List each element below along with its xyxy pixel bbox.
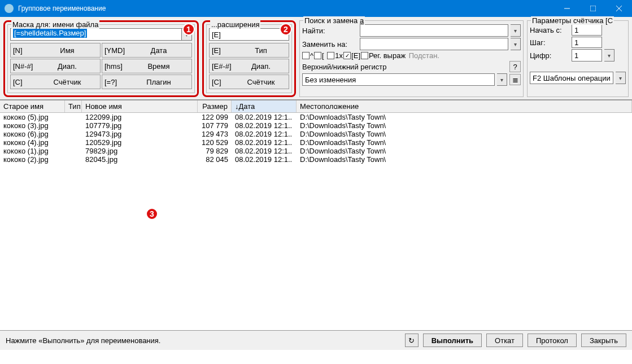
cell-size: 129 473 xyxy=(198,130,232,138)
cell-old: кококо (5).jpg xyxy=(0,113,65,121)
counter-title: Параметры счётчика [C xyxy=(531,16,614,25)
file-table: Старое имя Тип Новое имя Размер ↓Дата Ме… xyxy=(0,100,632,330)
badge-3: 3 xyxy=(146,208,158,220)
step-input[interactable] xyxy=(572,37,602,48)
cell-new: 107779.jpg xyxy=(82,121,198,130)
protocol-button[interactable]: Протокол xyxy=(528,334,577,347)
start-input[interactable] xyxy=(572,24,602,36)
extension-mask-highlight: 2 ...расширения [E] [E]Тип [E#-#]Диап. [… xyxy=(202,20,296,97)
extension-mask-input[interactable]: [E] xyxy=(209,28,289,41)
table-row[interactable]: кококо (2).jpg82045.jpg82 04508.02.2019 … xyxy=(0,155,632,164)
cell-date: 08.02.2019 12:1.. xyxy=(232,130,297,138)
cell-type xyxy=(65,121,82,130)
col-location[interactable]: Местоположение xyxy=(297,100,632,112)
cell-date: 08.02.2019 12:1.. xyxy=(232,121,297,130)
counter-group: Параметры счётчика [C Начать с: Шаг: Циф… xyxy=(527,20,629,97)
table-row[interactable]: кококо (3).jpg107779.jpg107 77908.02.201… xyxy=(0,121,632,130)
reload-button[interactable]: ↻ xyxy=(405,334,419,347)
btn-time-hms[interactable]: [hms]Время xyxy=(102,59,192,73)
btn-ext-counter[interactable]: [C]Счётчик xyxy=(209,74,289,89)
find-dropdown[interactable] xyxy=(511,24,521,37)
chk-regex[interactable] xyxy=(361,52,368,59)
filename-mask-highlight: 1 Маска для: имени файла [=shelldetails.… xyxy=(3,20,199,97)
cell-size: 120 529 xyxy=(198,138,232,147)
find-label: Найти: xyxy=(302,27,358,35)
btn-date-ymd[interactable]: [YMD]Дата xyxy=(102,43,192,58)
btn-ext-range[interactable]: [E#-#]Диап. xyxy=(209,59,289,73)
replace-dropdown[interactable] xyxy=(511,38,521,50)
statusbar: Нажмите «Выполнить» для переименования. … xyxy=(0,330,632,350)
templates-dropdown[interactable] xyxy=(616,72,626,84)
chk-1x[interactable] xyxy=(327,52,334,59)
window-title: Групповое переименование xyxy=(18,5,554,12)
replace-label: Заменить на: xyxy=(302,40,358,49)
chk-caret[interactable] xyxy=(302,52,310,59)
cell-old: кококо (1).jpg xyxy=(0,147,65,155)
col-date[interactable]: ↓Дата xyxy=(232,100,297,112)
col-old-name[interactable]: Старое имя xyxy=(0,100,65,112)
minimize-button[interactable] xyxy=(554,0,580,17)
maximize-button[interactable] xyxy=(580,0,606,17)
table-row[interactable]: кококо (4).jpg120529.jpg120 52908.02.201… xyxy=(0,138,632,147)
extension-mask-title: ...расширения xyxy=(210,20,260,29)
cell-old: кококо (2).jpg xyxy=(0,155,65,164)
chk-e[interactable]: ✓ xyxy=(343,52,351,59)
cell-type xyxy=(65,138,82,147)
cell-loc: D:\Downloads\Tasty Town\ xyxy=(297,113,632,121)
col-new-name[interactable]: Новое имя xyxy=(82,100,198,112)
table-header: Старое имя Тип Новое имя Размер ↓Дата Ме… xyxy=(0,100,632,113)
table-row[interactable]: кококо (6).jpg129473.jpg129 47308.02.201… xyxy=(0,130,632,138)
btn-counter-c[interactable]: [C]Счётчик xyxy=(10,74,101,89)
cell-date: 08.02.2019 12:1.. xyxy=(232,155,297,164)
cell-size: 122 099 xyxy=(198,113,232,121)
table-row[interactable]: кококо (5).jpg122099.jpg122 09908.02.201… xyxy=(0,113,632,121)
digits-dropdown[interactable] xyxy=(604,49,614,62)
cell-loc: D:\Downloads\Tasty Town\ xyxy=(297,130,632,138)
templates-select[interactable]: F2 Шаблоны операции xyxy=(530,72,613,84)
cell-date: 08.02.2019 12:1.. xyxy=(232,147,297,155)
execute-button[interactable]: Выполнить xyxy=(423,334,482,347)
btn-name[interactable]: [N]Имя xyxy=(10,43,101,58)
cell-type xyxy=(65,155,82,164)
badge-1: 1 xyxy=(182,23,195,36)
cell-new: 122099.jpg xyxy=(82,113,198,121)
badge-2: 2 xyxy=(280,23,292,36)
btn-range-n[interactable]: [N#-#]Диап. xyxy=(10,59,101,73)
filename-mask-input[interactable]: [=shelldetails.Размер] xyxy=(10,28,182,41)
search-replace-group: Поиск и замена а Найти: Заменить на: ^ [… xyxy=(299,20,524,97)
cell-date: 08.02.2019 12:1.. xyxy=(232,138,297,147)
cell-new: 129473.jpg xyxy=(82,130,198,138)
help-button[interactable]: ? xyxy=(509,61,521,72)
digits-select[interactable]: 1 xyxy=(572,49,602,62)
close-dialog-button[interactable]: Закрыть xyxy=(581,334,626,347)
cell-date: 08.02.2019 12:1.. xyxy=(232,113,297,121)
chk-bracket[interactable] xyxy=(314,52,321,59)
col-type[interactable]: Тип xyxy=(65,100,82,112)
cell-loc: D:\Downloads\Tasty Town\ xyxy=(297,147,632,155)
replace-input[interactable] xyxy=(360,38,508,50)
table-row[interactable]: кококо (1).jpg79829.jpg79 82908.02.2019 … xyxy=(0,147,632,155)
digits-label: Цифр: xyxy=(530,51,569,60)
cell-loc: D:\Downloads\Tasty Town\ xyxy=(297,138,632,147)
cell-size: 79 829 xyxy=(198,147,232,155)
find-input[interactable] xyxy=(360,24,508,37)
filename-mask-title: Маска для: имени файла xyxy=(11,20,99,29)
case-select[interactable]: Без изменения xyxy=(302,73,495,86)
undo-button[interactable]: Откат xyxy=(486,334,523,347)
svg-rect-1 xyxy=(590,6,596,11)
start-label: Начать с: xyxy=(530,26,569,34)
search-replace-title: Поиск и замена а xyxy=(303,16,365,25)
case-dropdown[interactable] xyxy=(497,73,507,86)
cell-old: кококо (6).jpg xyxy=(0,130,65,138)
list-button[interactable]: ≣ xyxy=(509,74,521,85)
cell-new: 79829.jpg xyxy=(82,147,198,155)
cell-size: 82 045 xyxy=(198,155,232,164)
col-size[interactable]: Размер xyxy=(198,100,232,112)
cell-old: кококо (3).jpg xyxy=(0,121,65,130)
close-button[interactable] xyxy=(606,0,632,17)
step-label: Шаг: xyxy=(530,38,569,47)
btn-plugin[interactable]: [=?]Плагин xyxy=(102,74,192,89)
btn-ext-type[interactable]: [E]Тип xyxy=(209,43,289,58)
case-label: Верхний/нижний регистр xyxy=(302,63,386,71)
cell-old: кококо (4).jpg xyxy=(0,138,65,147)
